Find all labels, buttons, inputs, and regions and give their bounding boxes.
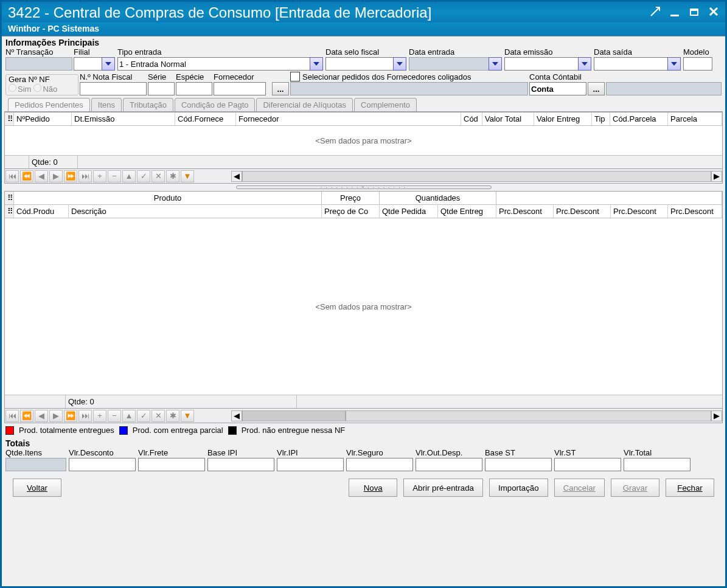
fornecedor-lookup-button[interactable]: ...: [272, 82, 289, 95]
input-fornecedor-nome[interactable]: [290, 82, 528, 95]
checkbox-selecionar-pedidos[interactable]: [290, 72, 300, 81]
inp-vlr-desconto[interactable]: [69, 458, 136, 471]
grid2-selector2-icon[interactable]: ⠿: [5, 205, 14, 218]
input-data-saida[interactable]: [594, 57, 667, 71]
col-cod[interactable]: Cód: [461, 112, 482, 125]
cancelar-button[interactable]: Cancelar: [554, 479, 605, 497]
nav-cancel-icon[interactable]: ✕: [151, 170, 165, 182]
input-serie[interactable]: [148, 82, 175, 95]
hscroll2-left-icon[interactable]: ◀: [231, 410, 242, 421]
inp-vlr-ipi[interactable]: [277, 458, 344, 471]
nav2-cancel-icon[interactable]: ✕: [151, 410, 165, 422]
inp-vlr-st[interactable]: [554, 458, 621, 471]
tab-diferencial-aliquotas[interactable]: Diferencial de Alíquotas: [256, 98, 353, 111]
col-qtdepedida[interactable]: Qtde Pedida: [380, 205, 438, 218]
tab-pedidos-pendentes[interactable]: Pedidos Pendentes: [8, 98, 90, 111]
inp-vlr-outdesp[interactable]: [416, 458, 482, 471]
col-parcela[interactable]: Parcela: [668, 112, 722, 125]
col-prcdescont3[interactable]: Prc.Descont: [611, 205, 668, 218]
input-data-entrada[interactable]: [409, 57, 489, 71]
minimize-icon[interactable]: [669, 6, 680, 20]
input-conta-nome[interactable]: [606, 82, 722, 95]
col-precodeco[interactable]: Preço de Co: [322, 205, 380, 218]
data-emissao-dropdown-button[interactable]: [578, 57, 591, 71]
inp-vlr-total[interactable]: [624, 458, 690, 471]
nav2-prevpage-icon[interactable]: ⏪: [20, 410, 33, 422]
data-entrada-dropdown-button[interactable]: [489, 57, 502, 71]
col-fornecedor[interactable]: Fornecedor: [236, 112, 461, 125]
input-filial[interactable]: [74, 57, 102, 71]
nav2-insert-icon[interactable]: +: [93, 410, 106, 422]
nav-next-icon[interactable]: ▶: [49, 170, 63, 182]
nav-last-icon[interactable]: ⏭: [78, 170, 92, 182]
nav-insert-icon[interactable]: +: [93, 170, 106, 182]
inp-vlr-seguro[interactable]: [346, 458, 413, 471]
grid2-selector-icon[interactable]: ⠿: [5, 192, 14, 204]
nav2-post-icon[interactable]: ✓: [137, 410, 150, 422]
radio-nao[interactable]: [33, 84, 41, 92]
hscroll2-right-icon[interactable]: ▶: [711, 410, 722, 421]
col-valortotal[interactable]: Valor Total: [482, 112, 534, 125]
hscroll-track[interactable]: [242, 171, 711, 182]
restore-icon[interactable]: [689, 6, 700, 20]
nav2-nextpage-icon[interactable]: ⏩: [64, 410, 77, 422]
input-n-nota-fiscal[interactable]: [80, 82, 147, 95]
col-codfornec[interactable]: Cód.Fornece: [175, 112, 236, 125]
col-tip[interactable]: Tip: [592, 112, 610, 125]
nav2-refresh-icon[interactable]: ✱: [166, 410, 179, 422]
input-conta[interactable]: [529, 82, 586, 95]
conta-lookup-button[interactable]: ...: [588, 82, 605, 95]
input-tipo-entrada[interactable]: [117, 57, 310, 71]
input-n-transacao[interactable]: [5, 57, 72, 71]
input-especie[interactable]: [176, 82, 212, 95]
input-data-selo-fiscal[interactable]: [325, 57, 393, 71]
nav2-prev-icon[interactable]: ◀: [35, 410, 48, 422]
tab-tributacao[interactable]: Tributação: [123, 98, 173, 111]
inp-qtde-itens[interactable]: [5, 458, 66, 471]
nav-edit-icon[interactable]: ▲: [122, 170, 136, 182]
tab-itens[interactable]: Itens: [91, 98, 122, 111]
input-modelo[interactable]: [683, 57, 712, 71]
voltar-button[interactable]: Voltar: [13, 479, 61, 497]
nav2-first-icon[interactable]: ⏮: [5, 410, 19, 422]
data-selo-fiscal-dropdown-button[interactable]: [393, 57, 406, 71]
filial-dropdown-button[interactable]: [102, 57, 115, 71]
tipo-entrada-dropdown-button[interactable]: [310, 57, 323, 71]
radio-sim[interactable]: [9, 84, 16, 92]
close-icon[interactable]: [708, 6, 719, 20]
fechar-button[interactable]: Fechar: [666, 479, 714, 497]
col-codparcela[interactable]: Cód.Parcela: [610, 112, 668, 125]
grid-selector-icon[interactable]: ⠿: [5, 112, 14, 125]
inp-base-st[interactable]: [485, 458, 552, 471]
nav-delete-icon[interactable]: −: [108, 170, 121, 182]
gravar-button[interactable]: Gravar: [611, 479, 659, 497]
col-prcdescont4[interactable]: Prc.Descont: [668, 205, 722, 218]
nav2-edit-icon[interactable]: ▲: [122, 410, 136, 422]
col-qtdeentreg[interactable]: Qtde Entreg: [438, 205, 496, 218]
data-saida-dropdown-button[interactable]: [667, 57, 681, 71]
col-codprodu[interactable]: Cód.Produ: [14, 205, 69, 218]
nav-nextpage-icon[interactable]: ⏩: [64, 170, 77, 182]
abrir-pre-entrada-button[interactable]: Abrir pré-entrada: [403, 479, 483, 497]
nav-prev-icon[interactable]: ◀: [35, 170, 48, 182]
inp-base-ipi[interactable]: [207, 458, 274, 471]
input-data-emissao[interactable]: [504, 57, 578, 71]
col-valorentreg[interactable]: Valor Entreg: [534, 112, 592, 125]
col-npedido[interactable]: NºPedido: [14, 112, 72, 125]
nav-refresh-icon[interactable]: ✱: [166, 170, 179, 182]
splitter[interactable]: · · · · · · · · ^ · · · · · · · ·: [4, 184, 723, 191]
col-prcdescont1[interactable]: Prc.Descont: [496, 205, 554, 218]
nav-prevpage-icon[interactable]: ⏪: [20, 170, 33, 182]
nav2-last-icon[interactable]: ⏭: [78, 410, 92, 422]
nav2-next-icon[interactable]: ▶: [49, 410, 63, 422]
nav-filter-icon[interactable]: ▼: [181, 170, 194, 182]
inp-vlr-frete[interactable]: [138, 458, 205, 471]
hscroll2-track[interactable]: [346, 410, 711, 421]
col-prcdescont2[interactable]: Prc.Descont: [554, 205, 611, 218]
hscroll-left-icon[interactable]: ◀: [231, 171, 242, 182]
tab-condicao-pagto[interactable]: Condição de Pagto: [175, 98, 256, 111]
hscroll-right-icon[interactable]: ▶: [711, 171, 722, 182]
nav2-filter-icon[interactable]: ▼: [181, 410, 194, 422]
input-fornecedor-cod[interactable]: [214, 82, 266, 95]
nav-post-icon[interactable]: ✓: [137, 170, 150, 182]
